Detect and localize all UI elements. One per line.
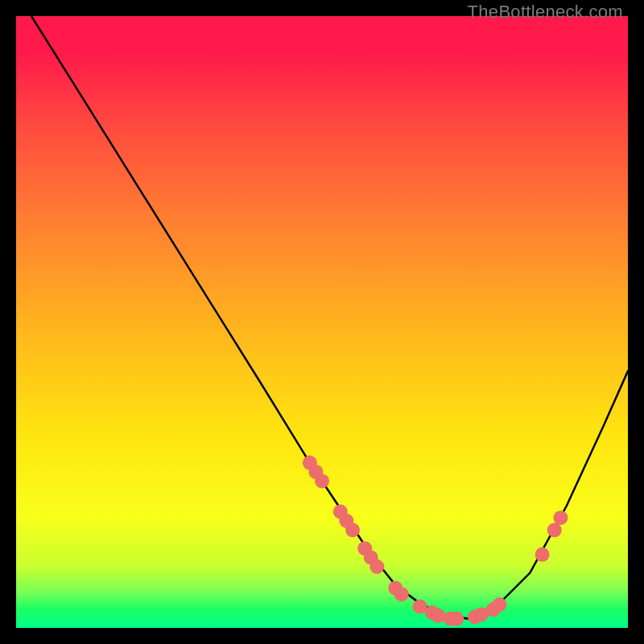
bottleneck-curve xyxy=(31,16,628,619)
curve-marker xyxy=(315,474,329,489)
curve-marker xyxy=(369,559,384,574)
curve-marker xyxy=(535,547,550,562)
curve-marker xyxy=(553,510,568,525)
curve-marker xyxy=(449,612,464,626)
chart-frame xyxy=(16,16,628,628)
chart-overlay xyxy=(16,16,628,628)
curve-marker xyxy=(431,609,445,623)
curve-marker xyxy=(345,522,360,537)
curve-marker xyxy=(492,597,506,612)
marker-group xyxy=(303,456,568,626)
curve-marker xyxy=(394,587,409,601)
